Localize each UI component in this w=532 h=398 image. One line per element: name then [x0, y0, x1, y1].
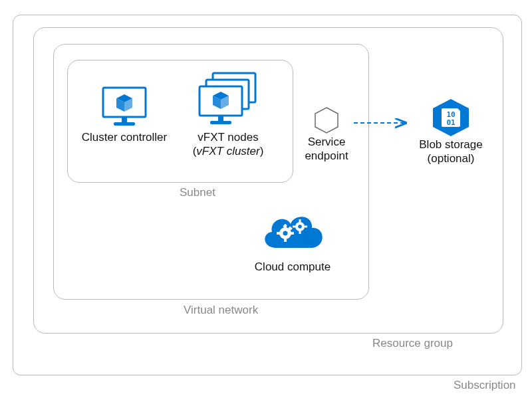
cloud-compute-label: Cloud compute — [246, 260, 339, 274]
cluster-controller-node: Cluster controller — [81, 85, 168, 144]
cluster-controller-label: Cluster controller — [81, 130, 168, 144]
virtual-network-label: Virtual network — [184, 304, 258, 317]
svg-rect-12 — [218, 116, 223, 121]
svg-rect-24 — [277, 232, 280, 235]
vfxt-nodes-label-2: (vFXT cluster) — [178, 144, 278, 158]
vfxt-nodes-label-1: vFXT nodes — [178, 130, 278, 144]
blob-storage-icon: 10 01 — [429, 98, 473, 138]
svg-rect-33 — [305, 226, 307, 228]
vfxt-nodes-node: vFXT nodes (vFXT cluster) — [178, 70, 278, 159]
svg-marker-14 — [315, 108, 338, 133]
cloud-compute-node: Cloud compute — [246, 208, 339, 274]
resource-group-label: Resource group — [372, 337, 453, 350]
svg-rect-32 — [293, 226, 295, 228]
blob-storage-node: 10 01 Blob storage (optional) — [411, 98, 491, 166]
subscription-label: Subscription — [454, 379, 516, 392]
subnet-label: Subnet — [180, 186, 215, 199]
dashed-arrow-icon — [352, 118, 414, 128]
service-endpoint-label-1: Service — [299, 135, 354, 149]
svg-rect-31 — [299, 231, 301, 234]
cloud-gears-icon — [256, 208, 329, 260]
blob-storage-label-2: (optional) — [411, 151, 491, 165]
svg-rect-23 — [284, 239, 287, 242]
vfxt-cluster-italic: vFXT cluster — [196, 145, 259, 157]
svg-point-29 — [298, 225, 302, 229]
vfxt-paren-close: ) — [260, 145, 264, 157]
svg-rect-5 — [114, 122, 135, 126]
svg-text:01: 01 — [446, 118, 456, 127]
service-endpoint-node: Service endpoint — [299, 106, 354, 163]
service-endpoint-label-2: endpoint — [299, 149, 354, 163]
svg-rect-25 — [291, 232, 294, 235]
monitors-stack-cube-icon — [192, 70, 265, 130]
blob-storage-label-1: Blob storage — [411, 138, 491, 151]
svg-rect-13 — [210, 121, 231, 124]
svg-point-21 — [283, 231, 288, 236]
svg-rect-30 — [299, 219, 301, 222]
hexagon-icon — [312, 106, 341, 135]
monitor-cube-icon — [100, 85, 148, 130]
svg-rect-4 — [122, 117, 127, 122]
